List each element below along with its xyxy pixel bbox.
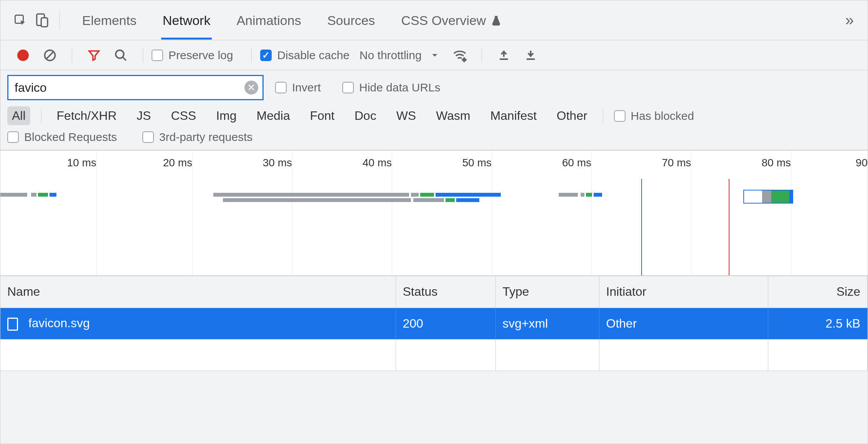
table-row[interactable]: favicon.svg 200 svg+xml Other 2.5 kB (0, 308, 868, 339)
network-timeline[interactable]: 10 ms 20 ms 30 ms 40 ms 50 ms 60 ms 70 m… (0, 150, 868, 276)
col-initiator[interactable]: Initiator (599, 276, 768, 308)
hide-data-urls-toggle[interactable]: Hide data URLs (342, 81, 441, 94)
resource-type-filters: All Fetch/XHR JS CSS Img Media Font Doc … (7, 106, 861, 125)
disable-cache-label: Disable cache (277, 49, 349, 62)
search-icon[interactable] (111, 45, 131, 66)
hide-data-urls-label: Hide data URLs (359, 81, 441, 94)
svg-point-5 (116, 50, 124, 58)
network-toolbar: Preserve log Disable cache No throttling (0, 40, 868, 70)
type-filter-all[interactable]: All (7, 106, 30, 125)
tab-css-overview-label: CSS Overview (401, 13, 486, 28)
timeline-tick: 20 ms (163, 157, 192, 169)
timeline-selection[interactable] (743, 190, 793, 204)
type-filter-manifest[interactable]: Manifest (486, 106, 541, 125)
separator (41, 108, 41, 124)
export-har-icon[interactable] (520, 45, 541, 66)
request-name: favicon.svg (28, 316, 90, 330)
table-row-empty (0, 339, 868, 371)
type-filter-other[interactable]: Other (552, 106, 592, 125)
throttling-value: No throttling (360, 49, 422, 62)
type-filter-js[interactable]: JS (132, 106, 155, 125)
network-conditions-icon[interactable] (449, 45, 470, 66)
request-type: svg+xml (495, 308, 599, 339)
filter-input[interactable] (7, 75, 264, 100)
type-filter-media[interactable]: Media (252, 106, 295, 125)
disable-cache-toggle[interactable]: Disable cache (260, 49, 349, 62)
col-type[interactable]: Type (495, 276, 599, 308)
dom-content-loaded-line (641, 179, 642, 275)
request-initiator: Other (599, 308, 768, 339)
invert-checkbox[interactable] (275, 82, 287, 93)
timeline-ruler: 10 ms 20 ms 30 ms 40 ms 50 ms 60 ms 70 m… (0, 151, 868, 174)
devtools-tabs-bar: Elements Network Animations Sources CSS … (0, 0, 868, 40)
network-requests-table: Name Status Type Initiator Size favicon.… (0, 276, 868, 371)
type-filter-doc[interactable]: Doc (350, 106, 381, 125)
has-blocked-checkbox[interactable] (614, 110, 625, 122)
file-icon (7, 318, 18, 331)
third-party-checkbox[interactable] (142, 131, 154, 143)
timeline-tick: 70 ms (662, 157, 691, 169)
table-header-row: Name Status Type Initiator Size (0, 276, 868, 308)
svg-rect-2 (41, 18, 48, 27)
invert-label: Invert (292, 81, 321, 94)
third-party-toggle[interactable]: 3rd-party requests (142, 131, 252, 144)
svg-line-4 (46, 52, 53, 59)
preserve-log-toggle[interactable]: Preserve log (152, 49, 233, 62)
svg-point-7 (462, 58, 466, 61)
inspect-element-icon[interactable] (10, 10, 31, 31)
blocked-requests-toggle[interactable]: Blocked Requests (7, 131, 117, 144)
filter-icon[interactable] (84, 45, 104, 66)
type-filter-wasm[interactable]: Wasm (431, 106, 475, 125)
timeline-tick: 60 ms (562, 157, 591, 169)
col-size[interactable]: Size (768, 276, 868, 308)
request-status: 200 (396, 308, 495, 339)
has-blocked-toggle[interactable]: Has blocked (614, 109, 694, 123)
blocked-requests-checkbox[interactable] (7, 131, 19, 143)
type-filter-img[interactable]: Img (211, 106, 241, 125)
separator (143, 48, 143, 63)
timeline-tick: 90 (856, 157, 868, 169)
hide-data-urls-checkbox[interactable] (342, 82, 354, 93)
timeline-tick: 40 ms (363, 157, 392, 169)
tab-elements[interactable]: Elements (81, 2, 138, 39)
filter-input-wrap: ✕ (7, 75, 264, 100)
tab-sources[interactable]: Sources (326, 2, 377, 39)
device-toggle-icon[interactable] (31, 10, 53, 31)
disable-cache-checkbox[interactable] (260, 50, 272, 61)
invert-toggle[interactable]: Invert (275, 81, 321, 94)
timeline-bars (0, 193, 868, 216)
more-tabs-icon[interactable]: » (845, 12, 858, 29)
chevron-down-icon (431, 51, 439, 59)
load-event-line (729, 179, 729, 275)
col-name[interactable]: Name (0, 276, 396, 308)
timeline-tick: 80 ms (762, 157, 791, 169)
type-filter-fetchxhr[interactable]: Fetch/XHR (52, 106, 121, 125)
type-filter-css[interactable]: CSS (166, 106, 201, 125)
request-size: 2.5 kB (768, 308, 868, 339)
col-status[interactable]: Status (396, 276, 495, 308)
third-party-label: 3rd-party requests (159, 131, 252, 144)
import-har-icon[interactable] (493, 45, 514, 66)
tab-animations[interactable]: Animations (235, 2, 302, 39)
has-blocked-label: Has blocked (631, 109, 694, 123)
svg-rect-8 (500, 58, 508, 60)
record-button[interactable] (13, 45, 33, 66)
separator (59, 11, 60, 30)
clear-filter-icon[interactable]: ✕ (244, 81, 258, 94)
type-filter-font[interactable]: Font (305, 106, 339, 125)
svg-rect-9 (526, 58, 535, 60)
timeline-tick: 50 ms (462, 157, 492, 169)
clear-icon[interactable] (40, 45, 60, 66)
type-filter-ws[interactable]: WS (392, 106, 421, 125)
blocked-requests-label: Blocked Requests (24, 131, 117, 144)
panel-tabs: Elements Network Animations Sources CSS … (81, 2, 845, 39)
separator (72, 48, 72, 63)
flask-icon (490, 15, 502, 27)
tab-network[interactable]: Network (161, 2, 212, 39)
svg-line-6 (123, 57, 126, 60)
throttling-select[interactable]: No throttling (360, 49, 439, 62)
preserve-log-checkbox[interactable] (152, 50, 163, 61)
separator (482, 48, 482, 63)
tab-css-overview[interactable]: CSS Overview (399, 2, 503, 39)
preserve-log-label: Preserve log (168, 49, 233, 62)
